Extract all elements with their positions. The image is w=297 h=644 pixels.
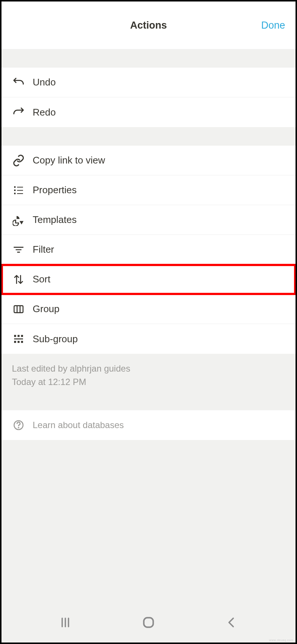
svg-rect-2	[14, 190, 16, 191]
bottom-spacer	[1, 440, 296, 602]
header: Actions Done	[1, 1, 296, 49]
back-button[interactable]	[221, 611, 243, 634]
svg-rect-1	[17, 187, 23, 187]
page-title: Actions	[130, 20, 167, 31]
copy-link-item[interactable]: Copy link to view	[1, 146, 296, 175]
undo-item[interactable]: Undo	[1, 68, 296, 97]
redo-item[interactable]: Redo	[1, 97, 296, 127]
home-button[interactable]	[137, 611, 160, 634]
sort-item[interactable]: Sort	[1, 265, 296, 294]
undo-label: Undo	[33, 77, 56, 88]
svg-rect-14	[21, 335, 23, 337]
edited-by-text: Last edited by alphrjan guides	[12, 362, 285, 375]
edited-time-text: Today at 12:12 PM	[12, 375, 285, 389]
svg-rect-24	[144, 618, 153, 627]
svg-rect-17	[17, 341, 19, 343]
svg-rect-12	[14, 335, 16, 337]
link-icon	[12, 154, 25, 167]
subgroup-icon	[12, 332, 25, 346]
templates-label: Templates	[33, 214, 77, 226]
filter-label: Filter	[33, 244, 54, 255]
group-icon	[12, 302, 25, 316]
filter-item[interactable]: Filter	[1, 235, 296, 265]
redo-icon	[12, 106, 25, 119]
history-section: Undo Redo	[1, 68, 296, 127]
view-section: Copy link to view Properties Templates	[1, 146, 296, 354]
svg-rect-5	[17, 193, 23, 194]
templates-item[interactable]: Templates	[1, 205, 296, 235]
section-spacer	[1, 399, 296, 410]
watermark: www.deuaq.com	[269, 638, 293, 642]
svg-rect-3	[17, 190, 23, 191]
svg-rect-15	[14, 339, 23, 340]
svg-point-20	[18, 427, 19, 428]
svg-rect-4	[14, 192, 16, 194]
svg-rect-13	[17, 335, 19, 337]
done-button[interactable]: Done	[261, 20, 285, 31]
learn-label: Learn about databases	[33, 420, 124, 430]
subgroup-label: Sub-group	[33, 333, 78, 345]
filter-icon	[12, 243, 25, 256]
properties-item[interactable]: Properties	[1, 175, 296, 205]
sort-label: Sort	[33, 274, 50, 285]
svg-rect-0	[14, 186, 16, 188]
help-icon	[12, 418, 25, 432]
svg-rect-18	[21, 341, 23, 343]
properties-icon	[12, 184, 25, 197]
redo-label: Redo	[33, 107, 56, 118]
section-spacer	[1, 49, 296, 68]
svg-rect-16	[14, 341, 16, 343]
svg-rect-9	[14, 305, 23, 313]
sort-icon	[12, 273, 25, 286]
group-item[interactable]: Group	[1, 294, 296, 324]
android-nav-bar	[1, 602, 296, 643]
section-spacer	[1, 127, 296, 146]
recents-button[interactable]	[54, 611, 76, 634]
group-label: Group	[33, 303, 59, 315]
templates-icon	[12, 213, 25, 227]
learn-item[interactable]: Learn about databases	[1, 410, 296, 440]
last-edited-info: Last edited by alphrjan guides Today at …	[1, 354, 296, 399]
undo-icon	[12, 76, 25, 89]
subgroup-item[interactable]: Sub-group	[1, 324, 296, 354]
copy-link-label: Copy link to view	[33, 155, 105, 166]
properties-label: Properties	[33, 184, 77, 196]
